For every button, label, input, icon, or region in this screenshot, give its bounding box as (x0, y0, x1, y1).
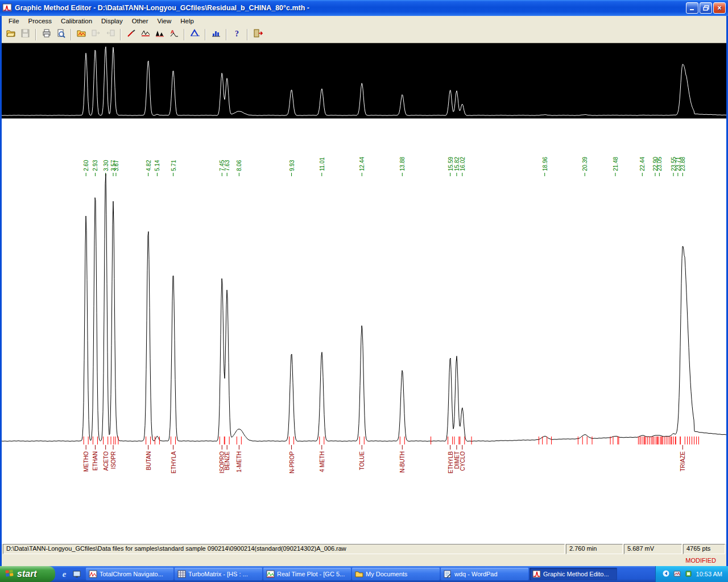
chromatogram-trace: 2.602.933.303.573.674.825.145.717.457.63… (2, 119, 726, 544)
menu-help[interactable]: Help (176, 17, 198, 25)
tray-icon-1[interactable] (673, 570, 681, 579)
peak-name-label: ETHYLA (171, 451, 177, 473)
rt-label: 2.93 (92, 160, 98, 171)
status-bar-row2: MODIFIED (2, 555, 726, 566)
menu-view[interactable]: View (153, 17, 176, 25)
window-titlebar: Graphic Method Editor - D:\Data\TANN-Lon… (0, 0, 728, 16)
rt-label: 23.05 (656, 157, 663, 171)
task-button-my-documents[interactable]: My Documents (352, 568, 440, 580)
peak-name-label: ETHYLB (448, 451, 454, 473)
menu-display[interactable]: Display (97, 17, 127, 25)
help-button[interactable]: ? (230, 28, 244, 41)
copy-to-button (103, 28, 117, 41)
rt-label: 22.44 (639, 157, 646, 171)
print-preview-button[interactable] (53, 28, 68, 41)
print-icon (42, 29, 51, 40)
rt-label: 20.39 (582, 157, 588, 171)
hide-icons-chevron-icon[interactable] (663, 570, 669, 578)
labels-icon: A (169, 29, 179, 40)
report-button[interactable] (209, 28, 223, 41)
toolbar-separator (226, 29, 227, 40)
task-button-graphic-method-edito[interactable]: Graphic Method Edito... (530, 568, 617, 580)
print-button[interactable] (39, 28, 53, 41)
review-button[interactable] (188, 28, 202, 41)
desktop-icon[interactable] (72, 569, 81, 579)
peak-labels-button[interactable]: A (167, 28, 181, 41)
taskbar: start e TotalChrom Navigato...TurboMatri… (0, 566, 728, 582)
events-icon (155, 29, 164, 40)
ie-icon[interactable]: e (60, 569, 69, 579)
rt-label: 3.67 (113, 160, 119, 171)
menu-calibration[interactable]: Calibration (56, 17, 97, 25)
tray-icon-2[interactable] (685, 570, 692, 579)
peak-name-label: N-PROP (289, 451, 295, 473)
task-button-label: TurboMatrix - [HS : ... (188, 571, 248, 577)
minimize-button[interactable] (686, 2, 698, 14)
rt-label: 7.63 (224, 160, 230, 171)
rt-label: 13.88 (399, 157, 406, 171)
peak-name-label: METHO (83, 451, 89, 472)
task-button-label: Real Time Plot - [GC 5... (277, 571, 345, 577)
menu-bar: FileProcessCalibrationDisplayOtherViewHe… (2, 16, 726, 26)
peak-name-label: ACETO (103, 451, 109, 471)
menu-process[interactable]: Process (24, 17, 57, 25)
window-title: Graphic Method Editor - D:\Data\TANN-Lon… (15, 4, 685, 12)
task-button-turbomatrix-hs[interactable]: TurboMatrix - [HS : ... (175, 568, 262, 580)
baseline-events-button[interactable] (138, 28, 152, 41)
rt-label: 2.60 (83, 160, 89, 171)
restore-button[interactable] (700, 2, 712, 14)
application-window: FileProcessCalibrationDisplayOtherViewHe… (0, 16, 728, 566)
rt-label: 3.30 (103, 160, 109, 171)
task-button-label: My Documents (366, 571, 407, 577)
exit-button[interactable] (251, 28, 265, 41)
open-button[interactable] (4, 28, 18, 41)
save-icon (21, 29, 30, 40)
chromatogram-main-panel: 2.602.933.303.573.674.825.145.717.457.63… (2, 118, 726, 543)
svg-text:?: ? (235, 30, 239, 38)
integration-events-button[interactable] (152, 28, 167, 41)
peak-name-label: BUTAN (146, 451, 152, 470)
menu-file[interactable]: File (4, 17, 24, 25)
totalchrom-icon (89, 570, 97, 578)
rt-label: 4.82 (146, 160, 152, 171)
task-button-label: TotalChrom Navigato... (100, 571, 163, 577)
rt-label: 5.71 (171, 160, 177, 171)
toolbar-separator (35, 29, 36, 40)
rt-label: 8.06 (236, 160, 242, 171)
save-button (18, 28, 32, 41)
method-sections-button[interactable] (75, 28, 89, 41)
task-button-wdq-wordpad[interactable]: wdq - WordPad (441, 568, 528, 580)
signal-field: 5.687 mV (624, 544, 682, 554)
rt-label: 5.14 (154, 160, 160, 171)
review-icon (190, 29, 200, 40)
wordpad-icon (444, 570, 452, 578)
peak-name-label: CYCLO (460, 451, 466, 471)
start-button[interactable]: start (0, 566, 55, 582)
peak-name-label: ETHAN (92, 451, 98, 471)
draw-baseline-button[interactable] (124, 28, 138, 41)
cursor-time-field: 2.760 min (566, 544, 623, 554)
chromatogram-overview-panel (2, 43, 726, 118)
rt-label: 18.96 (542, 157, 548, 171)
close-button[interactable]: × (713, 2, 726, 14)
realtimeplot-icon (266, 570, 275, 578)
copy-to-icon (106, 29, 115, 40)
rt-label: 21.48 (613, 157, 619, 171)
menu-other[interactable]: Other (127, 17, 153, 25)
task-button-real-time-plot-gc-5[interactable]: Real Time Plot - [GC 5... (263, 568, 351, 580)
task-button-totalchrom-navigato[interactable]: TotalChrom Navigato... (86, 568, 173, 580)
peak-name-label: 1-METH (236, 451, 242, 472)
copy-from-icon (92, 29, 101, 40)
windows-flag-icon (5, 569, 14, 580)
points-field: 4765 pts (683, 544, 725, 554)
rt-label: 11.01 (319, 157, 325, 171)
peak-name-label: N-BUTH (399, 451, 406, 473)
toolbar-separator (247, 29, 248, 40)
exit-icon (253, 29, 263, 40)
rt-label: 9.93 (289, 160, 295, 171)
folder-icon (355, 570, 363, 578)
toolbar-separator (120, 29, 121, 40)
draw-icon (127, 29, 136, 40)
peak-name-label: BENZE (224, 451, 230, 471)
gme-icon (532, 570, 541, 578)
